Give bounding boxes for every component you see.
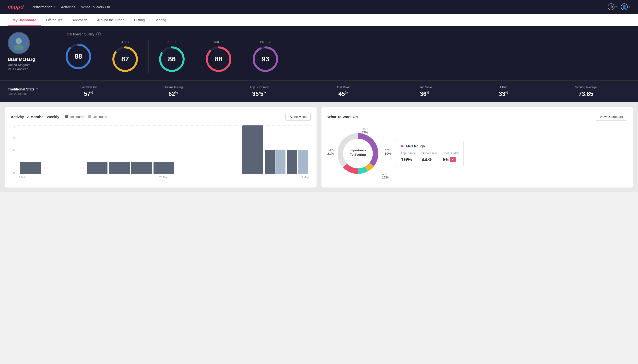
greens-value: 62%: [163, 90, 183, 97]
stat-1putt: 1 Putt 33%: [499, 86, 508, 97]
on-course-bar: [87, 162, 107, 174]
stat-up-down: Up & Down 45%: [336, 86, 351, 97]
svg-point-0: [16, 38, 22, 44]
bar-group-10: [242, 126, 263, 174]
tab-around-the-green[interactable]: Around the Green: [92, 14, 129, 26]
updown-value: 45%: [336, 90, 351, 97]
ott-circle: 87: [112, 46, 139, 72]
tab-scoring[interactable]: Scoring: [150, 14, 171, 26]
view-dashboard-button[interactable]: View Dashboard: [596, 113, 627, 120]
player-country: United Kingdom: [8, 63, 31, 67]
info-stat-importance: Importance 16%: [401, 152, 416, 163]
legend-off-course: Off course: [88, 115, 107, 118]
add-button[interactable]: ⊕ ▾: [608, 4, 617, 10]
proximity-label: App. Proximity: [250, 86, 269, 89]
logo[interactable]: clippd: [8, 4, 24, 10]
nav-activities[interactable]: Activities: [61, 5, 75, 9]
y-axis-2: 2: [13, 148, 15, 151]
work-on-title: What To Work On: [327, 115, 358, 119]
nav-performance[interactable]: Performance ▾: [32, 5, 55, 9]
scoringavg-value: 73.85: [575, 90, 597, 97]
arg-dot-icon: [401, 145, 403, 148]
fairways-value: 57%: [81, 90, 97, 97]
trad-help-icon[interactable]: ?: [36, 87, 38, 91]
svg-text:To Scoring: To Scoring: [350, 153, 366, 156]
donut-container: PUTT 57% OTT 10% APP 12% ARG: [327, 126, 391, 182]
sandsave-label: Sand Save: [417, 86, 432, 89]
importance-value: 16%: [401, 156, 416, 163]
tab-putting[interactable]: Putting: [129, 14, 150, 26]
y-axis-4: 4: [13, 126, 15, 128]
putt-label: PUTT ↗: [260, 40, 271, 44]
hero-section: Blair McHarg United Kingdom Plus Handica…: [0, 26, 638, 80]
arg-donut-label: APP 12%: [382, 173, 388, 179]
arrow-down-icon: ▼: [450, 157, 456, 162]
tab-my-dashboard[interactable]: My Dashboard: [8, 14, 41, 26]
nav-what-to-work-on[interactable]: What To Work On: [81, 5, 110, 9]
on-course-bar: [287, 150, 297, 174]
nav-what-label: What To Work On: [81, 5, 110, 9]
bar-group-5: [131, 126, 152, 174]
donut-svg: Importance To Scoring: [335, 130, 381, 177]
tab-off-the-tee[interactable]: Off the Tee: [41, 14, 68, 26]
user-menu-button[interactable]: 👤 ▾: [621, 4, 630, 10]
on-course-bar: [265, 150, 275, 174]
trad-label-block: Traditional Stats ? Last 20 rounds: [8, 87, 47, 96]
player-handicap: Plus Handicap: [8, 67, 28, 71]
bar-group-9: [220, 126, 241, 174]
info-card-title: ARG Rough: [401, 144, 459, 148]
tab-approach[interactable]: Approach: [68, 14, 92, 26]
tpq-label-row: Total Player Quality ?: [65, 32, 630, 36]
importance-label: Importance: [401, 152, 416, 155]
score-arg: ARG ↗ 88: [195, 40, 242, 72]
y-axis-1: 1: [13, 160, 15, 163]
score-app: APP ↗ 86: [149, 40, 195, 72]
all-activities-button[interactable]: All Activities: [285, 113, 311, 120]
traditional-stats: Traditional Stats ? Last 20 rounds Fairw…: [0, 80, 638, 102]
app-donut-label: OTT 10%: [385, 149, 391, 156]
legend-on-course: On course: [65, 115, 84, 118]
ott-arrow-icon: ↗: [128, 41, 129, 44]
stat-fairways-hit: Fairways Hit 57%: [81, 86, 97, 97]
opportunity-value: 44%: [421, 156, 437, 163]
bar-group-2: [64, 126, 85, 174]
activity-panel: Activity - 3 Months - Weekly On course O…: [5, 107, 317, 188]
svg-text:Importance: Importance: [350, 149, 366, 152]
chart-body: [17, 126, 311, 174]
total-score-value: 88: [74, 52, 82, 60]
sandsave-value: 36%: [417, 90, 432, 97]
donut-svg-wrap: Importance To Scoring: [335, 130, 381, 178]
putt-donut-label: ARG 21%: [327, 149, 334, 156]
y-axis-3: 3: [13, 137, 15, 140]
opportunity-label: Opportunity: [421, 152, 437, 155]
help-icon[interactable]: ?: [96, 32, 101, 36]
scoringavg-label: Scoring Average: [575, 86, 597, 89]
score-circles: 88 OTT ↗ 87: [65, 40, 630, 72]
arg-arrow-icon: ↗: [221, 41, 223, 44]
app-arrow-icon: ↗: [174, 41, 176, 44]
total-circle: 88: [65, 43, 92, 70]
activity-panel-title: Activity - 3 Months - Weekly: [11, 115, 59, 119]
bar-group-11: [265, 126, 285, 174]
score-total: 88: [65, 43, 102, 70]
avatar: [8, 32, 30, 54]
user-chevron-icon: ▾: [629, 6, 630, 8]
stat-greens-in-reg: Greens In Reg 62%: [163, 86, 183, 97]
putt-score-value: 93: [262, 55, 269, 63]
score-ott: OTT ↗ 87: [102, 40, 149, 72]
app-score-value: 86: [168, 55, 175, 63]
app-circle: 86: [158, 46, 185, 72]
chart-legend: On course Off course: [65, 115, 107, 118]
shot-quality-value: 95 ▼: [443, 156, 459, 163]
info-stat-opportunity: Opportunity 44%: [421, 152, 437, 163]
stat-sand-save: Sand Save 36%: [417, 86, 432, 97]
info-card-stats: Importance 16% Opportunity 44% Shot Qual…: [401, 152, 459, 163]
tab-bar: My Dashboard Off the Tee Approach Around…: [0, 14, 638, 26]
arg-score-value: 88: [215, 55, 222, 63]
shot-quality-label: Shot Quality: [443, 152, 459, 155]
bar-group-4: [109, 126, 130, 174]
y-axis-0: 0: [13, 171, 15, 174]
info-card: ARG Rough Importance 16% Opportunity 44%…: [396, 140, 464, 167]
oneputt-value: 33%: [499, 90, 508, 97]
tpq-text: Total Player Quality: [65, 32, 95, 36]
